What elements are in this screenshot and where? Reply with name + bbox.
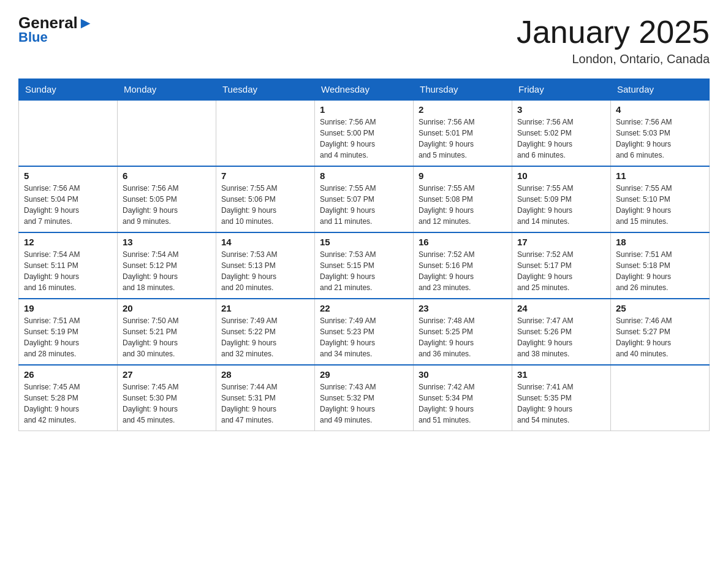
calendar-week-row: 1Sunrise: 7:56 AM Sunset: 5:00 PM Daylig… bbox=[19, 100, 710, 166]
calendar-cell: 14Sunrise: 7:53 AM Sunset: 5:13 PM Dayli… bbox=[216, 232, 315, 299]
calendar-cell bbox=[19, 100, 118, 166]
calendar-cell: 26Sunrise: 7:45 AM Sunset: 5:28 PM Dayli… bbox=[19, 365, 118, 431]
day-info: Sunrise: 7:45 AM Sunset: 5:28 PM Dayligh… bbox=[24, 381, 112, 426]
day-number: 5 bbox=[24, 170, 112, 181]
day-number: 22 bbox=[320, 303, 408, 313]
day-info: Sunrise: 7:50 AM Sunset: 5:21 PM Dayligh… bbox=[123, 315, 211, 359]
calendar-cell: 20Sunrise: 7:50 AM Sunset: 5:21 PM Dayli… bbox=[118, 299, 216, 365]
calendar-cell: 11Sunrise: 7:55 AM Sunset: 5:10 PM Dayli… bbox=[611, 166, 710, 232]
logo-line1: General► bbox=[18, 15, 94, 31]
header: General► Blue January 2025 London, Ontar… bbox=[18, 15, 710, 66]
day-of-week-header: Sunday bbox=[19, 79, 118, 101]
day-number: 6 bbox=[123, 170, 211, 181]
day-info: Sunrise: 7:56 AM Sunset: 5:00 PM Dayligh… bbox=[320, 117, 408, 161]
calendar-cell: 6Sunrise: 7:56 AM Sunset: 5:05 PM Daylig… bbox=[118, 166, 216, 232]
calendar-header: SundayMondayTuesdayWednesdayThursdayFrid… bbox=[19, 79, 710, 101]
day-info: Sunrise: 7:45 AM Sunset: 5:30 PM Dayligh… bbox=[123, 381, 211, 426]
day-info: Sunrise: 7:52 AM Sunset: 5:17 PM Dayligh… bbox=[517, 249, 605, 293]
day-number: 21 bbox=[221, 303, 309, 313]
day-number: 4 bbox=[616, 104, 704, 115]
calendar-week-row: 26Sunrise: 7:45 AM Sunset: 5:28 PM Dayli… bbox=[19, 365, 710, 431]
day-number: 25 bbox=[616, 303, 704, 313]
calendar-cell: 16Sunrise: 7:52 AM Sunset: 5:16 PM Dayli… bbox=[414, 232, 512, 299]
calendar-cell: 3Sunrise: 7:56 AM Sunset: 5:02 PM Daylig… bbox=[512, 100, 611, 166]
day-number: 18 bbox=[616, 237, 704, 247]
day-of-week-header: Thursday bbox=[414, 79, 512, 101]
day-info: Sunrise: 7:47 AM Sunset: 5:26 PM Dayligh… bbox=[517, 315, 605, 359]
day-info: Sunrise: 7:42 AM Sunset: 5:34 PM Dayligh… bbox=[419, 381, 507, 426]
calendar-cell: 23Sunrise: 7:48 AM Sunset: 5:25 PM Dayli… bbox=[414, 299, 512, 365]
day-number: 19 bbox=[24, 303, 112, 313]
calendar-week-row: 5Sunrise: 7:56 AM Sunset: 5:04 PM Daylig… bbox=[19, 166, 710, 232]
day-info: Sunrise: 7:51 AM Sunset: 5:18 PM Dayligh… bbox=[616, 249, 704, 293]
day-info: Sunrise: 7:56 AM Sunset: 5:02 PM Dayligh… bbox=[517, 117, 605, 161]
day-of-week-header: Friday bbox=[512, 79, 611, 101]
calendar-cell: 8Sunrise: 7:55 AM Sunset: 5:07 PM Daylig… bbox=[315, 166, 414, 232]
calendar-cell: 31Sunrise: 7:41 AM Sunset: 5:35 PM Dayli… bbox=[512, 365, 611, 431]
calendar-cell: 2Sunrise: 7:56 AM Sunset: 5:01 PM Daylig… bbox=[414, 100, 512, 166]
calendar-cell: 27Sunrise: 7:45 AM Sunset: 5:30 PM Dayli… bbox=[118, 365, 216, 431]
title-area: January 2025 London, Ontario, Canada bbox=[517, 15, 710, 66]
calendar-cell bbox=[611, 365, 710, 431]
day-info: Sunrise: 7:56 AM Sunset: 5:01 PM Dayligh… bbox=[419, 117, 507, 161]
calendar-cell: 25Sunrise: 7:46 AM Sunset: 5:27 PM Dayli… bbox=[611, 299, 710, 365]
day-number: 26 bbox=[24, 369, 112, 380]
day-info: Sunrise: 7:49 AM Sunset: 5:22 PM Dayligh… bbox=[221, 315, 309, 359]
day-number: 31 bbox=[517, 369, 605, 380]
day-number: 14 bbox=[221, 237, 309, 247]
day-number: 30 bbox=[419, 369, 507, 380]
calendar-cell: 9Sunrise: 7:55 AM Sunset: 5:08 PM Daylig… bbox=[414, 166, 512, 232]
calendar-body: 1Sunrise: 7:56 AM Sunset: 5:00 PM Daylig… bbox=[19, 100, 710, 431]
day-info: Sunrise: 7:56 AM Sunset: 5:05 PM Dayligh… bbox=[123, 183, 211, 227]
day-info: Sunrise: 7:55 AM Sunset: 5:06 PM Dayligh… bbox=[221, 183, 309, 227]
calendar-cell: 29Sunrise: 7:43 AM Sunset: 5:32 PM Dayli… bbox=[315, 365, 414, 431]
day-number: 16 bbox=[419, 237, 507, 247]
calendar-cell: 4Sunrise: 7:56 AM Sunset: 5:03 PM Daylig… bbox=[611, 100, 710, 166]
month-title: January 2025 bbox=[517, 15, 710, 50]
day-number: 8 bbox=[320, 170, 408, 181]
day-of-week-header: Saturday bbox=[611, 79, 710, 101]
day-info: Sunrise: 7:44 AM Sunset: 5:31 PM Dayligh… bbox=[221, 381, 309, 426]
day-number: 17 bbox=[517, 237, 605, 247]
day-info: Sunrise: 7:43 AM Sunset: 5:32 PM Dayligh… bbox=[320, 381, 408, 426]
calendar-cell: 17Sunrise: 7:52 AM Sunset: 5:17 PM Dayli… bbox=[512, 232, 611, 299]
calendar-week-row: 12Sunrise: 7:54 AM Sunset: 5:11 PM Dayli… bbox=[19, 232, 710, 299]
calendar-cell: 7Sunrise: 7:55 AM Sunset: 5:06 PM Daylig… bbox=[216, 166, 315, 232]
location: London, Ontario, Canada bbox=[517, 52, 710, 66]
logo-arrow: ► bbox=[78, 13, 94, 32]
day-number: 2 bbox=[419, 104, 507, 115]
calendar-cell: 30Sunrise: 7:42 AM Sunset: 5:34 PM Dayli… bbox=[414, 365, 512, 431]
day-number: 13 bbox=[123, 237, 211, 247]
day-of-week-header: Monday bbox=[118, 79, 216, 101]
day-info: Sunrise: 7:41 AM Sunset: 5:35 PM Dayligh… bbox=[517, 381, 605, 426]
day-number: 15 bbox=[320, 237, 408, 247]
day-info: Sunrise: 7:55 AM Sunset: 5:10 PM Dayligh… bbox=[616, 183, 704, 227]
calendar-cell: 24Sunrise: 7:47 AM Sunset: 5:26 PM Dayli… bbox=[512, 299, 611, 365]
logo-line2: Blue bbox=[18, 31, 94, 44]
day-number: 7 bbox=[221, 170, 309, 181]
calendar-cell: 5Sunrise: 7:56 AM Sunset: 5:04 PM Daylig… bbox=[19, 166, 118, 232]
calendar-week-row: 19Sunrise: 7:51 AM Sunset: 5:19 PM Dayli… bbox=[19, 299, 710, 365]
day-info: Sunrise: 7:54 AM Sunset: 5:12 PM Dayligh… bbox=[123, 249, 211, 293]
day-info: Sunrise: 7:56 AM Sunset: 5:03 PM Dayligh… bbox=[616, 117, 704, 161]
day-info: Sunrise: 7:46 AM Sunset: 5:27 PM Dayligh… bbox=[616, 315, 704, 359]
day-of-week-header: Tuesday bbox=[216, 79, 315, 101]
day-number: 1 bbox=[320, 104, 408, 115]
calendar-cell: 19Sunrise: 7:51 AM Sunset: 5:19 PM Dayli… bbox=[19, 299, 118, 365]
day-number: 29 bbox=[320, 369, 408, 380]
calendar-cell: 22Sunrise: 7:49 AM Sunset: 5:23 PM Dayli… bbox=[315, 299, 414, 365]
day-info: Sunrise: 7:49 AM Sunset: 5:23 PM Dayligh… bbox=[320, 315, 408, 359]
day-number: 24 bbox=[517, 303, 605, 313]
calendar-cell: 18Sunrise: 7:51 AM Sunset: 5:18 PM Dayli… bbox=[611, 232, 710, 299]
logo: General► Blue bbox=[18, 15, 94, 44]
calendar-cell bbox=[216, 100, 315, 166]
calendar-cell: 10Sunrise: 7:55 AM Sunset: 5:09 PM Dayli… bbox=[512, 166, 611, 232]
day-number: 3 bbox=[517, 104, 605, 115]
day-info: Sunrise: 7:56 AM Sunset: 5:04 PM Dayligh… bbox=[24, 183, 112, 227]
calendar-cell bbox=[118, 100, 216, 166]
day-info: Sunrise: 7:48 AM Sunset: 5:25 PM Dayligh… bbox=[419, 315, 507, 359]
calendar: SundayMondayTuesdayWednesdayThursdayFrid… bbox=[18, 79, 710, 431]
day-info: Sunrise: 7:54 AM Sunset: 5:11 PM Dayligh… bbox=[24, 249, 112, 293]
day-number: 28 bbox=[221, 369, 309, 380]
calendar-cell: 15Sunrise: 7:53 AM Sunset: 5:15 PM Dayli… bbox=[315, 232, 414, 299]
